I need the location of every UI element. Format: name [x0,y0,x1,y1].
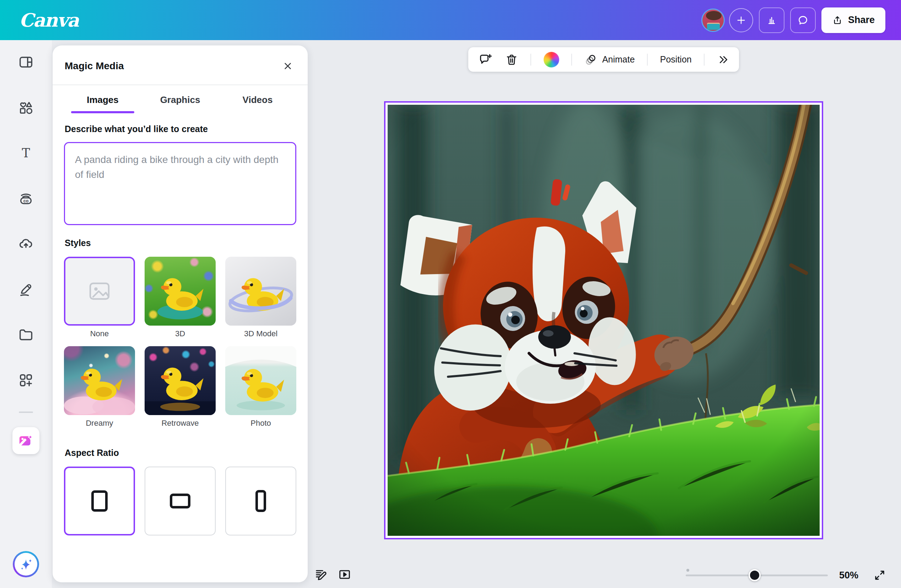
sidebar-item-design[interactable] [14,51,37,73]
tab-graphics[interactable]: Graphics [142,85,219,113]
canva-logo: Canva [19,9,78,31]
fullscreen-button[interactable] [872,568,887,583]
aspect-ratio-grid [64,467,296,535]
comments-button[interactable] [790,8,816,33]
svg-text:co: co [23,199,29,204]
zoom-notch [686,569,689,572]
style-option-dreamy[interactable] [64,346,135,415]
delete-button[interactable] [505,53,518,66]
style-option-photo[interactable] [225,346,296,415]
style-option-none[interactable] [64,257,135,326]
style-option-3d-model[interactable] [225,257,296,326]
element-toolbar: Animate Position [468,47,739,72]
add-member-button[interactable] [729,8,753,32]
object-panel-rail: T co [0,40,52,588]
animate-button[interactable]: Animate [585,53,635,66]
aspect-portrait-icon [256,490,266,512]
aspect-landscape-icon [170,493,190,509]
top-bar: Canva Share [0,0,901,40]
more-options-button[interactable] [717,54,729,66]
speech-bubble-icon [797,14,809,26]
folder-icon [18,327,34,343]
aspect-option-square[interactable] [64,467,135,535]
presentation-play-icon [338,568,352,582]
zoom-level-label: 50% [839,570,858,581]
zoom-slider[interactable] [686,565,828,585]
aspect-square-icon [91,490,108,512]
magic-media-icon [18,432,34,449]
prompt-label: Describe what you’d like to create [65,124,296,134]
avatar[interactable] [701,9,725,32]
aspect-option-landscape[interactable] [145,467,216,535]
sidebar-item-projects[interactable] [14,324,37,346]
animate-icon [585,53,598,66]
style-dreamy-thumbnail [64,346,135,415]
sidebar-item-uploads[interactable] [14,233,37,255]
toolbar-separator [704,54,705,66]
prompt-input[interactable] [64,142,296,225]
add-comment-button[interactable] [478,53,493,67]
selected-canvas-image[interactable] [384,101,823,539]
image-placeholder-icon [88,280,111,303]
tab-videos[interactable]: Videos [219,85,296,113]
text-icon: T [18,145,34,161]
style-label: Dreamy [64,418,135,428]
svg-text:T: T [22,146,30,160]
notes-icon [314,568,328,582]
zoom-controls: 50% [686,565,887,585]
sidebar-item-text[interactable]: T [14,142,37,164]
sidebar-item-magic-media-active[interactable] [12,427,39,454]
style-label: Photo [225,418,296,428]
uploads-cloud-icon [18,236,34,252]
style-3d-model-thumbnail [225,257,296,326]
style-retrowave-thumbnail [145,346,216,415]
insights-button[interactable] [759,8,784,33]
style-label: None [64,329,135,338]
draw-pen-icon [18,281,34,297]
toolbar-separator [530,54,531,66]
style-label: 3D Model [225,329,296,338]
style-photo-thumbnail [225,346,296,415]
styles-grid: None 3D 3D Model Dreamy [64,257,296,436]
position-button[interactable]: Position [660,54,692,65]
notes-button[interactable] [313,566,330,583]
toolbar-separator [647,54,648,66]
sidebar-item-brand[interactable]: co [14,187,37,210]
canva-editor: Canva Share T [0,0,901,588]
expand-arrows-icon [873,569,886,582]
present-button[interactable] [336,566,353,583]
share-button[interactable]: Share [822,8,885,33]
style-3d-thumbnail [145,257,216,326]
style-label: 3D [145,329,216,338]
bar-chart-icon [765,14,778,26]
trash-icon [505,53,518,66]
color-picker-button[interactable] [544,52,559,67]
panel-title: Magic Media [65,61,124,72]
close-icon [282,61,293,72]
brand-icon: co [18,190,34,207]
sidebar-item-apps[interactable] [14,369,37,392]
media-type-tabs: Images Graphics Videos [64,85,296,113]
close-panel-button[interactable] [280,58,296,74]
aspect-ratio-heading: Aspect Ratio [65,448,296,458]
upload-icon [832,15,843,26]
ai-assistant-button[interactable] [13,551,39,577]
magic-media-panel: Magic Media Images Graphics Videos Descr… [53,45,308,582]
generated-red-panda-image [388,105,820,536]
design-icon [18,54,34,70]
share-label: Share [848,14,875,26]
style-option-retrowave[interactable] [145,346,216,415]
zoom-slider-knob[interactable] [748,569,761,581]
sidebar-item-elements[interactable] [14,96,37,119]
sidebar-item-draw[interactable] [14,278,37,301]
active-tab-underline [71,111,134,113]
style-option-3d[interactable] [145,257,216,326]
color-wheel-icon [544,52,559,67]
plus-icon [736,14,747,26]
style-label: Retrowave [145,418,216,428]
aspect-option-portrait[interactable] [225,467,296,535]
sidebar-divider [19,412,33,413]
ai-sparkle-icon [18,556,34,572]
tab-images[interactable]: Images [64,85,142,113]
apps-grid-icon [18,372,34,389]
